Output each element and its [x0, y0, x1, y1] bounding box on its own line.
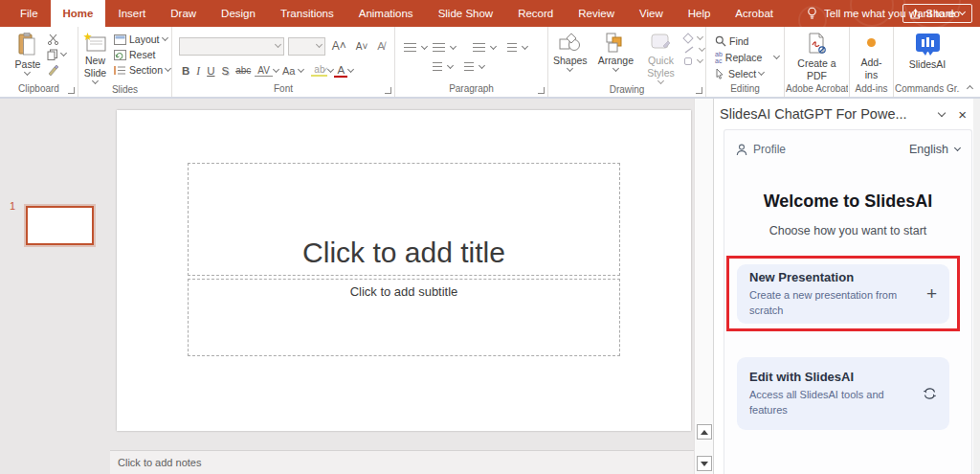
- menu-tab-draw[interactable]: Draw: [158, 0, 209, 27]
- text-shadow-button[interactable]: S: [218, 65, 232, 77]
- menu-tab-help[interactable]: Help: [676, 0, 724, 27]
- arrange-button[interactable]: Arrange: [594, 30, 637, 71]
- menu-tab-record[interactable]: Record: [505, 0, 566, 27]
- chevron-down-icon: [298, 65, 304, 72]
- triangle-up-icon: [701, 430, 708, 435]
- character-spacing-button[interactable]: AV: [255, 65, 273, 77]
- menu-tab-slide-show[interactable]: Slide Show: [426, 0, 506, 27]
- chevron-down-icon: [316, 41, 323, 48]
- chevron-down-icon: [697, 56, 703, 63]
- welcome-title: Welcome to SlidesAI: [724, 192, 971, 212]
- chevron-down-icon: [758, 69, 765, 76]
- menu-tab-acrobat[interactable]: Acrobat: [723, 0, 786, 27]
- underline-button[interactable]: U: [204, 65, 217, 77]
- new-slide-button[interactable]: New Slide: [79, 30, 111, 83]
- card-description: Access all SlidesAI tools and features: [749, 388, 915, 418]
- ribbon-group-font: A˄ A˅ A̸ B I U S abc AV Aa ab̷ A Font: [172, 27, 395, 97]
- smartart-button[interactable]: [464, 62, 484, 72]
- change-case-button[interactable]: Aa: [279, 65, 298, 77]
- title-placeholder[interactable]: Click to add title: [188, 163, 620, 276]
- collapse-ribbon-button[interactable]: [967, 85, 973, 92]
- strikethrough-button[interactable]: abc: [233, 65, 254, 76]
- cursor-icon: [715, 68, 725, 79]
- copy-button[interactable]: [47, 49, 66, 60]
- font-name-combobox[interactable]: [179, 37, 284, 56]
- dialog-launcher-icon[interactable]: [385, 87, 391, 94]
- increase-font-size-button[interactable]: A˄: [329, 39, 349, 53]
- format-painter-button[interactable]: [47, 64, 66, 76]
- menu-tab-design[interactable]: Design: [209, 0, 268, 27]
- chevron-down-icon: [447, 62, 454, 69]
- slide-editor-area: Click to add title Click to add subtitle: [110, 99, 694, 450]
- shapes-icon: [559, 33, 582, 53]
- font-color-button[interactable]: A: [334, 64, 347, 78]
- create-pdf-button[interactable]: Create a PDF: [786, 30, 848, 82]
- person-icon: [736, 144, 747, 156]
- profile-button[interactable]: Profile: [736, 143, 786, 156]
- subtitle-placeholder[interactable]: Click to add subtitle: [188, 279, 620, 356]
- columns-button[interactable]: [433, 62, 453, 72]
- find-button[interactable]: Find: [715, 35, 748, 47]
- clear-formatting-button[interactable]: A̸: [374, 40, 388, 52]
- acrobat-group-label: Adobe Acrobat: [786, 82, 848, 97]
- triangle-down-icon: [701, 462, 708, 466]
- drawing-group-label: Drawing: [549, 83, 704, 97]
- dialog-launcher-icon[interactable]: [696, 87, 702, 94]
- ribbon-group-acrobat: Create a PDF Adobe Acrobat: [785, 27, 850, 97]
- menu-tab-file[interactable]: File: [8, 0, 51, 27]
- menu-tab-review[interactable]: Review: [566, 0, 627, 27]
- reset-button[interactable]: Reset: [114, 49, 155, 60]
- section-button[interactable]: Section: [114, 64, 170, 76]
- text-direction-button[interactable]: [507, 43, 527, 53]
- dialog-launcher-icon[interactable]: [538, 87, 545, 94]
- edit-with-slidesai-card[interactable]: Edit with SlidesAI Access all SlidesAI t…: [737, 357, 949, 430]
- addins-group-label: Add-ins: [851, 82, 892, 97]
- menu-tab-view[interactable]: View: [627, 0, 676, 27]
- editor-scrollbar[interactable]: [694, 99, 713, 474]
- slidesai-button[interactable]: SlidesAI: [905, 30, 950, 71]
- chevron-down-icon: [699, 45, 705, 52]
- chevron-down-icon: [479, 62, 485, 69]
- chevron-down-icon[interactable]: [938, 108, 946, 116]
- line-spacing-button[interactable]: [473, 43, 496, 53]
- font-size-combobox[interactable]: [288, 37, 325, 56]
- paste-button[interactable]: Paste: [11, 30, 45, 75]
- menu-tab-animations[interactable]: Animations: [346, 0, 426, 27]
- menu-tab-insert[interactable]: Insert: [105, 0, 158, 27]
- chevron-down-icon: [347, 65, 354, 72]
- addins-button[interactable]: Add-ins: [851, 30, 892, 81]
- menu-tab-home[interactable]: Home: [51, 0, 106, 27]
- notes-input[interactable]: Click to add notes: [110, 450, 694, 474]
- new-presentation-card[interactable]: New Presentation Create a new presentati…: [737, 264, 949, 324]
- shape-fill-button[interactable]: [684, 34, 704, 42]
- panel-body: Profile English Welcome to SlidesAI Choo…: [724, 129, 972, 474]
- italic-button[interactable]: I: [193, 65, 203, 77]
- bullets-button[interactable]: [404, 43, 427, 53]
- addins-dot-icon: [867, 38, 876, 47]
- dialog-launcher-icon[interactable]: [68, 87, 75, 94]
- share-button[interactable]: Share: [902, 4, 972, 23]
- font-group-label: Font: [173, 82, 393, 97]
- shape-effects-button[interactable]: [684, 57, 704, 65]
- close-icon[interactable]: ×: [958, 106, 967, 123]
- select-button[interactable]: Select: [715, 68, 764, 79]
- slide-thumbnail[interactable]: [26, 206, 94, 245]
- quick-styles-button[interactable]: Quick Styles: [640, 30, 681, 83]
- shapes-button[interactable]: Shapes: [549, 30, 591, 71]
- pdf-icon: [807, 33, 828, 56]
- text-highlight-button[interactable]: ab̷: [311, 64, 327, 77]
- slide-canvas: Click to add title Click to add subtitle: [117, 110, 691, 431]
- scroll-down-button[interactable]: [697, 456, 712, 471]
- menu-tab-transitions[interactable]: Transitions: [268, 0, 346, 27]
- shape-outline-button[interactable]: [684, 46, 704, 54]
- bold-button[interactable]: B: [179, 65, 192, 77]
- cut-button[interactable]: [47, 34, 66, 45]
- replace-button[interactable]: abacReplace: [715, 51, 779, 64]
- panel-scrollbar[interactable]: [973, 99, 980, 474]
- welcome-subtitle: Choose how you want to start: [724, 224, 971, 237]
- language-selector[interactable]: English: [909, 143, 960, 156]
- decrease-font-size-button[interactable]: A˅: [353, 41, 371, 52]
- layout-button[interactable]: Layout: [114, 34, 167, 45]
- numbering-button[interactable]: [433, 43, 456, 53]
- scroll-up-button[interactable]: [697, 424, 712, 440]
